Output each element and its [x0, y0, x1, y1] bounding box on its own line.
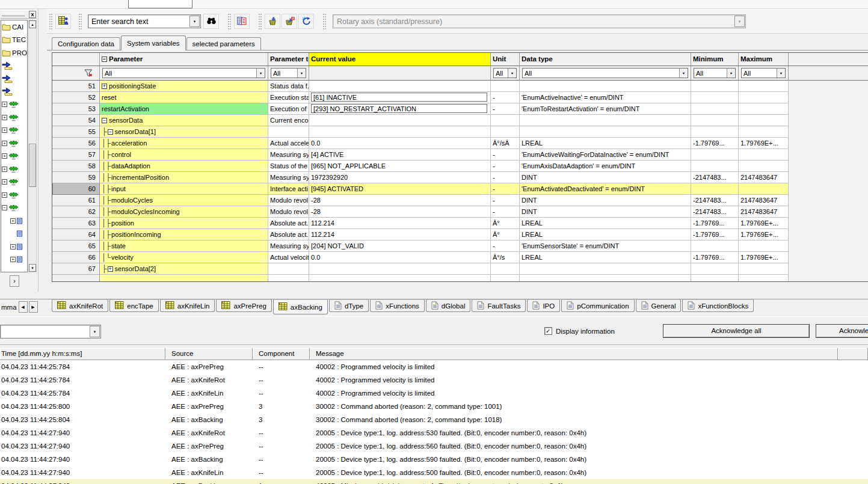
chevron-down-icon[interactable]: ▼	[679, 69, 688, 78]
bottom-tab-axKnifeRot[interactable]: axKnifeRot	[52, 299, 108, 312]
filter-maximum-select[interactable]: All▼	[741, 68, 786, 78]
param-name-cell[interactable]	[100, 275, 268, 282]
tree-item[interactable]: +	[1, 124, 27, 137]
tree-item[interactable]: +	[1, 253, 27, 266]
expand-icon[interactable]: +	[2, 115, 7, 120]
tree-item[interactable]: +	[1, 98, 27, 111]
expand-icon[interactable]: +	[2, 141, 7, 146]
row-number[interactable]: 67	[52, 263, 100, 275]
expand-icon[interactable]: +	[2, 153, 7, 159]
bottom-tab-axBacking[interactable]: axBacking	[273, 299, 328, 314]
row-number[interactable]: 65	[52, 240, 100, 252]
minimum-header[interactable]: Minimum	[691, 53, 739, 66]
tree-item[interactable]: +	[1, 137, 27, 150]
scroll-down-icon[interactable]: ▼	[29, 264, 36, 272]
bottom-tab-IPO[interactable]: IPO	[527, 299, 560, 312]
bottom-tab-axKnifeLin[interactable]: axKnifeLin	[160, 299, 215, 312]
filter-unit-select[interactable]: All▼	[493, 68, 517, 78]
current-value-cell[interactable]: 0.0	[309, 252, 491, 263]
row-number[interactable]: 52	[52, 92, 100, 103]
param-row[interactable]	[52, 275, 868, 282]
bottom-tab-xFunctionBlocks[interactable]: xFunctionBlocks	[682, 299, 754, 312]
expand-icon[interactable]: +	[2, 127, 7, 133]
tree-item[interactable]	[1, 85, 27, 99]
current-value-cell[interactable]: 0.0	[309, 138, 491, 149]
param-name-cell[interactable]: │├dataAdaption	[100, 161, 268, 172]
log-row[interactable]: 04.04.23 11:44:25:804AEE : axBacking3300…	[0, 413, 868, 426]
tab-configuration-data[interactable]: Configuration data	[52, 37, 120, 50]
param-row[interactable]: 56│├accelerationActual accele...0.0Â°/sÂ…	[52, 138, 868, 149]
param-name-cell[interactable]: +positioningState	[100, 81, 268, 92]
param-row[interactable]: 51+positioningStateStatus data f...	[52, 81, 868, 92]
expand-icon[interactable]: +	[102, 84, 107, 89]
bottom-tab-pCommunication[interactable]: pCommunication	[561, 299, 634, 312]
tree-item[interactable]: +	[1, 240, 27, 254]
row-number[interactable]: 56	[52, 138, 100, 149]
bottom-tab-General[interactable]: General	[636, 299, 682, 312]
row-number[interactable]: 55	[52, 126, 100, 138]
chevron-down-icon[interactable]: ▼	[777, 69, 785, 78]
current-value-cell[interactable]: 112.214	[309, 229, 491, 240]
load-to-pg-button[interactable]	[265, 14, 280, 29]
row-number[interactable]: 62	[52, 206, 100, 218]
row-number[interactable]: 58	[52, 161, 100, 172]
param-row[interactable]: 65│├stateMeasuring sy...[204] NOT_VALID-…	[52, 240, 868, 252]
collapse-icon[interactable]: −	[108, 129, 113, 135]
tree-item[interactable]	[1, 72, 27, 85]
filter-data-type-select[interactable]: All▼	[522, 68, 688, 78]
row-number[interactable]: 66	[52, 252, 100, 263]
acknowledge-button[interactable]: Acknowledge	[816, 324, 868, 338]
expert-list-button[interactable]	[55, 14, 71, 29]
row-number[interactable]: 63	[52, 218, 100, 229]
param-row[interactable]: 61│├moduloCyclesModulo revol...-28-DINT-…	[52, 195, 868, 206]
log-row[interactable]: 04.04.23 11:44:25:800AEE : axPrePreg3300…	[0, 400, 868, 413]
bottom-tab-FaultTasks[interactable]: FaultTasks	[472, 299, 526, 312]
filter-parameter-text-select[interactable]: All▼	[271, 68, 306, 78]
current-value-cell[interactable]: [293] NO_RESTART_ACTIVATION	[309, 103, 491, 115]
compare-button[interactable]	[234, 14, 250, 29]
tree-item[interactable]	[1, 227, 27, 240]
current-value-cell[interactable]: [965] NOT_APPLICABLE	[309, 161, 491, 172]
expand-icon[interactable]: +	[108, 266, 113, 272]
tab-scroll-left-icon[interactable]: ◀	[19, 301, 28, 313]
param-name-cell[interactable]: reset	[100, 92, 268, 103]
expand-icon[interactable]: +	[2, 192, 7, 198]
tree-item[interactable]: TEC	[1, 34, 27, 47]
tree-title-bar[interactable]: x	[1, 10, 37, 19]
scrollbar-thumb[interactable]	[29, 144, 36, 187]
expand-icon[interactable]: +	[10, 218, 16, 224]
tab-selected-parameters[interactable]: selected parameters	[186, 37, 261, 50]
bottom-tab-axPrePreg[interactable]: axPrePreg	[216, 299, 271, 312]
unit-header[interactable]: Unit	[491, 53, 520, 66]
tree-item[interactable]: +	[1, 111, 27, 124]
search-input[interactable]: Enter search text ▼	[88, 14, 201, 28]
param-name-cell[interactable]: restartActivation	[100, 103, 268, 115]
tree-item[interactable]: PRO	[1, 46, 27, 60]
row-number[interactable]: 54	[52, 115, 100, 126]
param-row[interactable]: 62│├moduloCyclesIncomingModulo revol...-…	[52, 206, 868, 218]
value-box[interactable]: [293] NO_RESTART_ACTIVATION	[311, 104, 487, 113]
current-value-cell[interactable]: [4] ACTIVE	[309, 149, 491, 161]
expand-icon[interactable]: +	[2, 167, 7, 172]
current-value-header[interactable]: Current value	[309, 53, 491, 66]
row-number[interactable]: 53	[52, 103, 100, 115]
row-number[interactable]: 64	[52, 229, 100, 240]
collapse-icon[interactable]: −	[102, 118, 107, 123]
tree-item[interactable]: −	[1, 201, 27, 215]
collapse-icon[interactable]: −	[2, 205, 7, 210]
log-row[interactable]: 04.04.23 11:44:27:940AEE : axKnifeRot--2…	[0, 426, 868, 440]
current-value-cell[interactable]: 1972392920	[309, 172, 491, 183]
log-row[interactable]: 04.04.23 11:44:25:784AEE : axKnifeLin--4…	[0, 387, 868, 400]
bottom-tab-dType[interactable]: dType	[329, 299, 369, 312]
close-icon[interactable]: x	[29, 11, 36, 18]
log-row[interactable]: 04.04.23 11:44:27:940AEE : axBacking--20…	[0, 453, 868, 466]
restart-button[interactable]	[298, 14, 314, 29]
param-row[interactable]: 53restartActivationExecution of ...[293]…	[52, 103, 868, 115]
param-name-cell[interactable]: │├control	[100, 149, 268, 161]
param-row[interactable]: 55├−sensorData[1]	[52, 126, 868, 138]
row-number[interactable]: 51	[52, 81, 100, 92]
current-value-cell[interactable]	[309, 275, 491, 282]
param-name-cell[interactable]: │├moduloCycles	[100, 195, 268, 206]
chevron-down-icon[interactable]: ▼	[297, 69, 306, 78]
tree-item[interactable]: +	[1, 189, 27, 202]
